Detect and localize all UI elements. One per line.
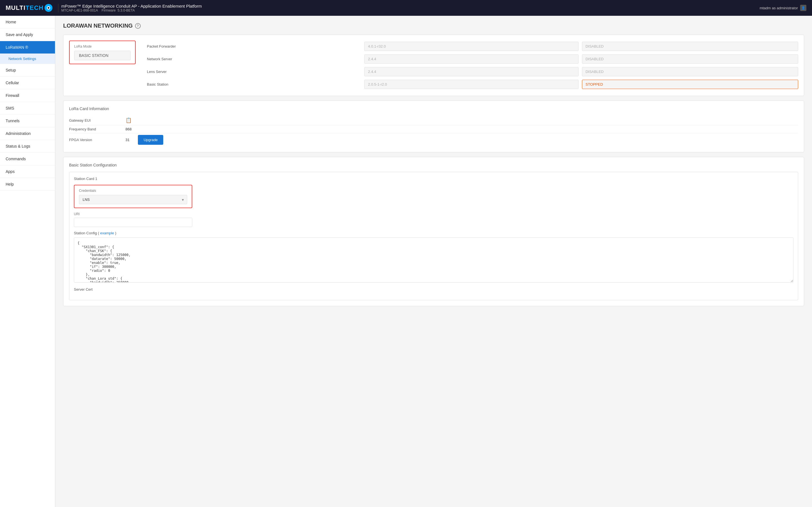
- card-info-title: LoRa Card Information: [69, 107, 798, 111]
- service-label-pf: Packet Forwarder: [147, 41, 363, 52]
- page-layout: Home Save and Apply LoRaWAN ® Network Se…: [0, 16, 812, 507]
- sidebar-item-administration[interactable]: Administration: [0, 127, 55, 140]
- service-label-lens: Lens Server: [147, 66, 363, 77]
- basic-station-title: Basic Station Configuration: [69, 163, 798, 167]
- server-cert-field: Server Cert: [74, 287, 794, 291]
- main-content: LORAWAN NETWORKING ? LoRa Mode BASIC STA…: [55, 16, 812, 507]
- sidebar-item-firewall[interactable]: Firewall: [0, 89, 55, 102]
- app-header: MULTITECH mPower™ Edge Intelligence Cond…: [0, 0, 812, 16]
- username: mtadm as administrator: [760, 6, 798, 10]
- fpga-version-label: FPGA Version: [69, 138, 125, 142]
- sidebar-item-help[interactable]: Help: [0, 178, 55, 191]
- station-card-1: Station Card 1 Credentials LNS CUPS None…: [69, 172, 798, 300]
- lora-mode-box: LoRa Mode BASIC STATION: [69, 41, 136, 64]
- fpga-version-row: FPGA Version 31 Upgrade: [69, 133, 798, 147]
- page-title-area: LORAWAN NETWORKING ?: [63, 22, 804, 29]
- service-label-bs: Basic Station: [147, 78, 363, 90]
- logo: MULTITECH: [6, 4, 52, 12]
- app-title: mPower™ Edge Intelligence Conduit AP - A…: [61, 4, 760, 8]
- header-title: mPower™ Edge Intelligence Conduit AP - A…: [58, 4, 760, 12]
- lora-mode-label: LoRa Mode: [74, 45, 131, 48]
- service-status-lens: DISABLED: [582, 67, 798, 76]
- sidebar-item-lorawan[interactable]: LoRaWAN ®: [0, 41, 55, 54]
- logo-icon: [45, 4, 52, 12]
- credentials-select-wrapper: LNS CUPS None: [79, 195, 187, 204]
- credentials-select[interactable]: LNS CUPS None: [79, 195, 187, 204]
- sidebar-item-home[interactable]: Home: [0, 16, 55, 29]
- uri-label: URI: [74, 212, 794, 216]
- user-icon[interactable]: 👤: [800, 5, 806, 11]
- upgrade-button[interactable]: Upgrade: [138, 135, 163, 145]
- service-status-ns: DISABLED: [582, 54, 798, 64]
- station-config-label: Station Config ( example ): [74, 231, 794, 235]
- station-config-field: Station Config ( example ) { "SX1301_con…: [74, 231, 794, 283]
- page-title: LORAWAN NETWORKING: [63, 22, 133, 29]
- gateway-eui-value: 📋: [125, 117, 132, 123]
- firmware-version: 5.3.0-BETA: [117, 8, 135, 12]
- sidebar-item-tunnels[interactable]: Tunnels: [0, 115, 55, 127]
- frequency-band-label: Frequency Band: [69, 127, 125, 131]
- sidebar-item-cellular[interactable]: Cellular: [0, 76, 55, 89]
- logo-multi: MULTI: [6, 4, 26, 11]
- services-table: Packet Forwarder 4.0.1-r32.0 DISABLED Ne…: [147, 41, 798, 90]
- copy-icon[interactable]: 📋: [125, 117, 132, 123]
- credentials-box: Credentials LNS CUPS None: [74, 185, 192, 208]
- gateway-eui-row: Gateway EUI 📋: [69, 115, 798, 125]
- service-status-bs: STOPPED: [582, 80, 798, 89]
- user-info: mtadm as administrator 👤: [760, 5, 806, 11]
- lora-card-section: LoRa Card Information Gateway EUI 📋 Freq…: [63, 101, 804, 152]
- frequency-band-value: 868: [125, 127, 132, 131]
- service-version-pf: 4.0.1-r32.0: [364, 42, 578, 51]
- firmware-label: Firmware: [101, 8, 116, 12]
- frequency-band-row: Frequency Band 868: [69, 125, 798, 133]
- service-label-ns: Network Server: [147, 53, 363, 65]
- uri-field: URI: [74, 212, 794, 227]
- lora-mode-value: BASIC STATION: [74, 51, 131, 60]
- sidebar-item-sms[interactable]: SMS: [0, 102, 55, 115]
- device-id: MTCAP-L4E1-868-001A: [61, 8, 98, 12]
- uri-input[interactable]: [74, 218, 192, 227]
- server-cert-label: Server Cert: [74, 287, 794, 291]
- sidebar-item-apps[interactable]: Apps: [0, 165, 55, 178]
- example-link[interactable]: example: [100, 231, 114, 235]
- sidebar: Home Save and Apply LoRaWAN ® Network Se…: [0, 16, 55, 507]
- sidebar-item-network-settings[interactable]: Network Settings: [0, 54, 55, 64]
- service-version-ns: 2.4.4: [364, 54, 578, 64]
- logo-tech: TECH: [26, 4, 44, 11]
- sidebar-item-status-logs[interactable]: Status & Logs: [0, 140, 55, 153]
- service-version-lens: 2.4.4: [364, 67, 578, 76]
- service-status-pf: DISABLED: [582, 42, 798, 51]
- credentials-label: Credentials: [79, 189, 187, 193]
- lora-mode-section: LoRa Mode BASIC STATION Packet Forwarder…: [63, 35, 804, 96]
- device-info: MTCAP-L4E1-868-001A Firmware 5.3.0-BETA: [61, 8, 760, 12]
- service-version-bs: 2.0.5-1-r2.0: [364, 80, 578, 89]
- gateway-eui-label: Gateway EUI: [69, 118, 125, 122]
- sidebar-item-setup[interactable]: Setup: [0, 64, 55, 76]
- sidebar-item-save-apply[interactable]: Save and Apply: [0, 29, 55, 41]
- help-icon[interactable]: ?: [135, 23, 141, 29]
- station-card-title: Station Card 1: [74, 177, 794, 181]
- station-config-textarea[interactable]: { "SX1301_conf": { "chan_FSK": { "bandwi…: [74, 237, 794, 283]
- basic-station-section: Basic Station Configuration Station Card…: [63, 157, 804, 306]
- sidebar-item-commands[interactable]: Commands: [0, 153, 55, 165]
- fpga-version-value: 31 Upgrade: [125, 135, 163, 145]
